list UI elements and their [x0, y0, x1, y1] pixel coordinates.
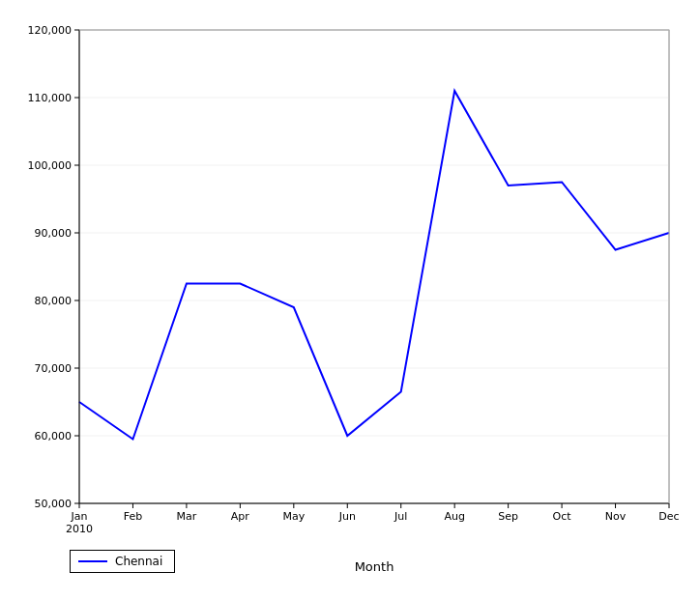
- svg-text:Jun: Jun: [338, 510, 356, 523]
- legend: Chennai: [70, 550, 175, 573]
- svg-text:Feb: Feb: [124, 510, 142, 523]
- svg-text:Apr: Apr: [231, 510, 250, 523]
- chart-container: 50,00060,00070,00080,00090,000100,000110…: [12, 11, 688, 590]
- svg-text:50,000: 50,000: [35, 498, 73, 510]
- svg-rect-1: [79, 30, 669, 503]
- svg-text:Nov: Nov: [605, 510, 627, 523]
- svg-text:Dec: Dec: [658, 510, 679, 523]
- svg-text:100,000: 100,000: [28, 159, 73, 172]
- svg-text:70,000: 70,000: [35, 362, 73, 375]
- line-chart: 50,00060,00070,00080,00090,000100,000110…: [12, 11, 688, 590]
- legend-line-icon: [78, 560, 107, 562]
- legend-label: Chennai: [115, 555, 162, 568]
- svg-text:May: May: [282, 510, 305, 523]
- svg-text:60,000: 60,000: [35, 430, 73, 443]
- svg-text:Mar: Mar: [177, 510, 197, 523]
- svg-text:Sep: Sep: [498, 510, 518, 523]
- svg-text:Oct: Oct: [553, 510, 572, 523]
- svg-text:120,000: 120,000: [28, 24, 73, 37]
- svg-text:Aug: Aug: [444, 510, 464, 523]
- svg-text:90,000: 90,000: [35, 227, 73, 240]
- svg-text:80,000: 80,000: [35, 295, 73, 307]
- svg-text:Jul: Jul: [394, 510, 407, 523]
- svg-text:110,000: 110,000: [28, 92, 73, 104]
- svg-text:Month: Month: [355, 559, 394, 574]
